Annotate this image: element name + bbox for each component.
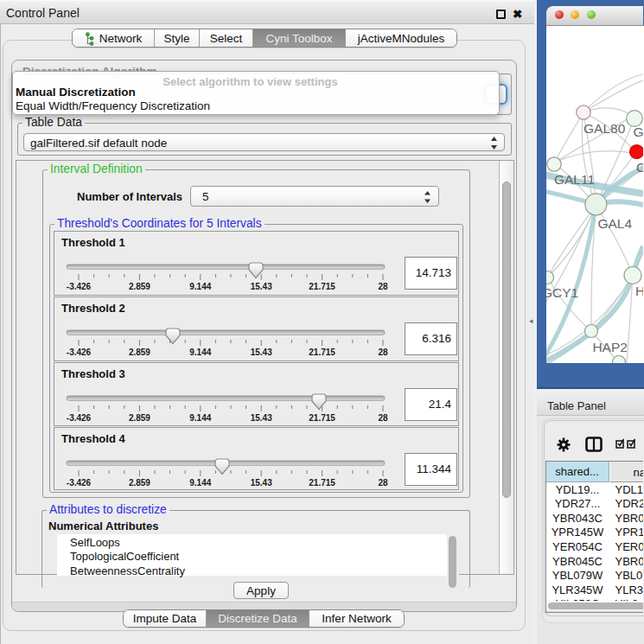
svg-text:-3.426: -3.426 bbox=[67, 282, 92, 291]
svg-text:15.43: 15.43 bbox=[251, 348, 272, 357]
svg-text:2.859: 2.859 bbox=[129, 413, 150, 423]
svg-text:9.144: 9.144 bbox=[189, 413, 211, 423]
svg-text:28: 28 bbox=[378, 282, 388, 291]
svg-text:HAP2: HAP2 bbox=[592, 340, 628, 354]
svg-text:28: 28 bbox=[378, 413, 388, 423]
svg-text:28: 28 bbox=[378, 478, 388, 488]
svg-text:9.144: 9.144 bbox=[189, 282, 211, 291]
svg-text:15.43: 15.43 bbox=[251, 413, 272, 423]
svg-text:2.859: 2.859 bbox=[129, 348, 150, 357]
svg-text:15.43: 15.43 bbox=[251, 478, 272, 488]
svg-text:2.859: 2.859 bbox=[129, 282, 150, 291]
svg-text:9.144: 9.144 bbox=[189, 348, 211, 357]
svg-text:28: 28 bbox=[378, 348, 388, 357]
svg-text:C: C bbox=[636, 160, 643, 175]
svg-text:21.715: 21.715 bbox=[309, 282, 335, 291]
svg-text:21.715: 21.715 bbox=[309, 413, 335, 423]
svg-text:GAL: GAL bbox=[634, 124, 644, 139]
svg-text:15.43: 15.43 bbox=[251, 282, 272, 291]
svg-text:21.715: 21.715 bbox=[309, 478, 335, 488]
svg-text:21.715: 21.715 bbox=[309, 348, 335, 357]
svg-text:-3.426: -3.426 bbox=[67, 413, 92, 423]
svg-text:H: H bbox=[635, 284, 643, 298]
svg-text:GAL11: GAL11 bbox=[554, 172, 595, 187]
svg-text:GAL4: GAL4 bbox=[597, 216, 632, 231]
svg-text:GAL80: GAL80 bbox=[583, 121, 626, 136]
svg-text:-3.426: -3.426 bbox=[67, 478, 92, 488]
svg-text:2.859: 2.859 bbox=[129, 478, 150, 488]
svg-text:9.144: 9.144 bbox=[189, 478, 211, 488]
svg-text:GCY1: GCY1 bbox=[546, 285, 578, 300]
svg-text:-3.426: -3.426 bbox=[67, 348, 92, 357]
